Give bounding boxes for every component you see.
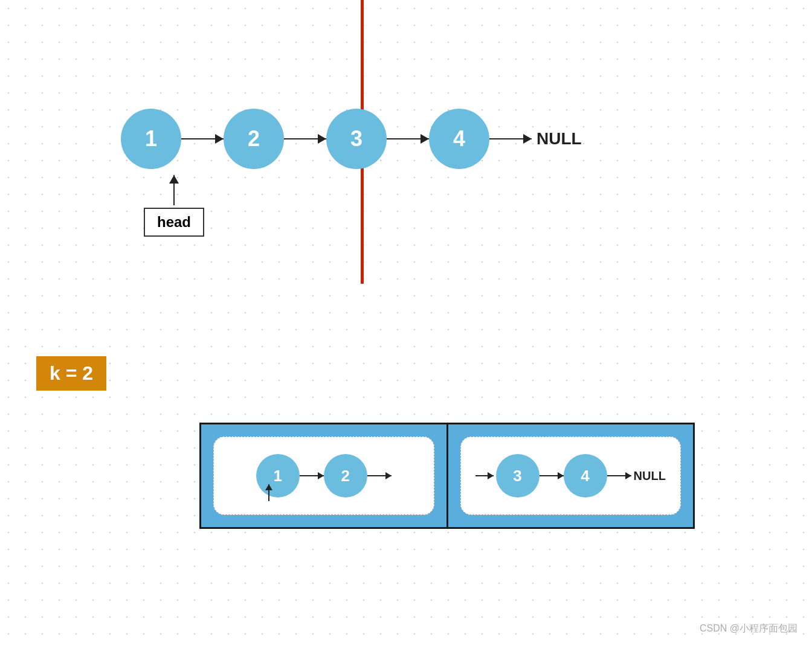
arrowhead-3-4	[420, 134, 429, 144]
small-arrowhead-2-out	[385, 472, 392, 479]
arrowhead-2-3	[318, 134, 326, 144]
small-node-1: 1	[256, 454, 300, 497]
arrowhead-4-null	[523, 134, 532, 144]
small-arrowhead-4-null	[625, 472, 631, 479]
node-3: 3	[326, 109, 387, 169]
nodes-row: 1 2 3 4	[121, 109, 582, 169]
groups-section: 1 2	[199, 423, 695, 529]
small-node-4: 4	[564, 454, 607, 497]
group-left-arrowhead	[488, 472, 494, 479]
bottom-head-pointer	[268, 484, 269, 501]
main-content: 1 2 3 4	[0, 0, 812, 646]
node-1: 1	[121, 109, 181, 169]
group-box-2: 3 4 NULL	[448, 424, 694, 527]
watermark: CSDN @小程序面包园	[700, 622, 798, 635]
node-2: 2	[224, 109, 284, 169]
small-arrowhead-1-2	[318, 472, 324, 479]
head-box: head	[144, 208, 204, 237]
head-arrow-up	[173, 175, 175, 205]
k-label: k = 2	[36, 356, 106, 391]
group-inner-2: 3 4 NULL	[460, 437, 682, 515]
group-box-1: 1 2	[201, 424, 448, 527]
small-node-2: 2	[324, 454, 367, 497]
bottom-head-arrow-up	[268, 484, 269, 501]
small-node-3: 3	[496, 454, 540, 497]
small-arrowhead-3-4	[558, 472, 564, 479]
null-label: NULL	[536, 129, 582, 149]
head-pointer: head	[144, 175, 204, 237]
arrowhead-1-2	[215, 134, 224, 144]
group-inner-1: 1 2	[213, 437, 434, 515]
small-null-label: NULL	[634, 469, 666, 483]
node-4: 4	[429, 109, 489, 169]
